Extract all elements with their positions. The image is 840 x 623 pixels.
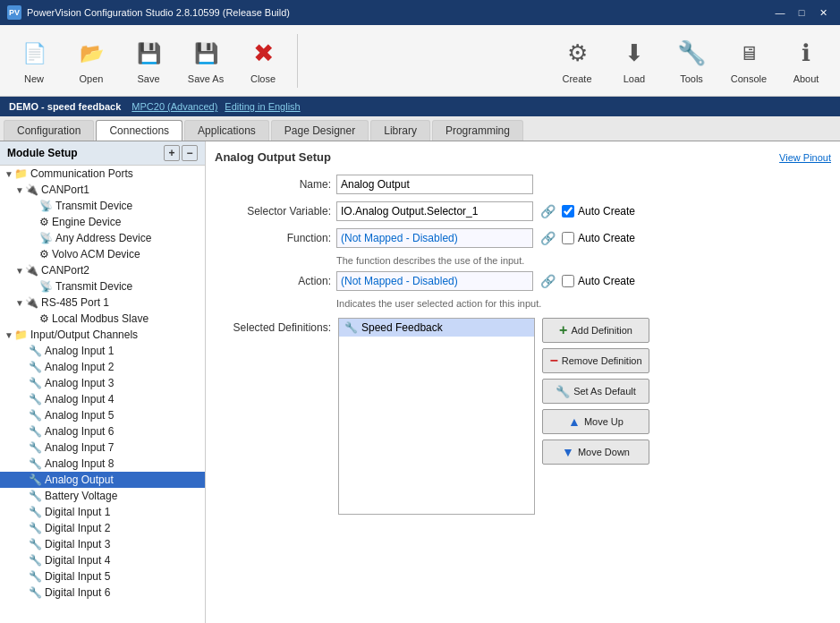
remove-node-button[interactable]: −	[182, 145, 198, 161]
save-button[interactable]: 💾 Save	[122, 30, 175, 91]
function-auto-create-checkbox[interactable]	[562, 232, 574, 244]
tools-icon: 🔧	[675, 38, 708, 70]
breadcrumb-editing[interactable]: Editing in English	[225, 101, 300, 112]
def-item-speed-feedback[interactable]: 🔧 Speed Feedback	[339, 319, 534, 337]
tab-library[interactable]: Library	[370, 120, 430, 141]
definitions-label: Selected Definitions:	[215, 318, 331, 334]
load-button[interactable]: ⬇ Load	[607, 30, 661, 91]
tree-item-analog-in6[interactable]: 🔧 Analog Input 6	[0, 423, 205, 440]
console-button[interactable]: 🖥 Console	[722, 30, 776, 91]
tree-item-engine[interactable]: ⚙ Engine Device	[0, 214, 205, 230]
tree-item-analog-in3[interactable]: 🔧 Analog Input 3	[0, 375, 205, 391]
tree-item-digital-in4[interactable]: 🔧 Digital Input 4	[0, 552, 205, 568]
toggle-io-channels[interactable]: ▼	[4, 330, 14, 340]
breadcrumb-mpc[interactable]: MPC20 (Advanced)	[132, 101, 217, 112]
toggle-comm-ports[interactable]: ▼	[4, 169, 14, 179]
tree-item-digital-in3[interactable]: 🔧 Digital Input 3	[0, 536, 205, 552]
tree-item-battery[interactable]: 🔧 Battery Voltage	[0, 488, 205, 504]
tree-item-analog-in5[interactable]: 🔧 Analog Input 5	[0, 407, 205, 423]
save-as-label: Save As	[188, 73, 224, 84]
tree-item-analog-in7[interactable]: 🔧 Analog Input 7	[0, 440, 205, 456]
tab-programming[interactable]: Programming	[432, 120, 523, 141]
tree-item-analog-in4[interactable]: 🔧 Analog Input 4	[0, 391, 205, 407]
module-setup-title: Module Setup	[7, 147, 78, 159]
set-as-default-button[interactable]: 🔧 Set As Default	[542, 379, 649, 404]
tree-item-analog-in1[interactable]: 🔧 Analog Input 1	[0, 343, 205, 359]
tree-item-modbus[interactable]: ⚙ Local Modbus Slave	[0, 311, 205, 327]
breadcrumb-bar: DEMO - speed feedback MPC20 (Advanced) E…	[0, 97, 840, 116]
tree-item-analog-in2[interactable]: 🔧 Analog Input 2	[0, 359, 205, 375]
name-input[interactable]	[336, 175, 533, 194]
tree-item-canport1[interactable]: ▼ 🔌 CANPort1	[0, 182, 205, 198]
function-input[interactable]	[336, 228, 533, 248]
analog-in1-icon: 🔧	[29, 345, 42, 357]
tree-item-digital-in5[interactable]: 🔧 Digital Input 5	[0, 568, 205, 585]
action-map-button[interactable]: 🔗	[539, 272, 556, 290]
digital-in1-label: Digital Input 1	[45, 506, 110, 518]
tree-item-any-address[interactable]: 📡 Any Address Device	[0, 230, 205, 246]
definitions-list[interactable]: 🔧 Speed Feedback	[338, 318, 535, 515]
transmit2-label: Transmit Device	[55, 280, 132, 293]
close-label: Close	[250, 73, 276, 84]
create-icon: ⚙	[561, 38, 593, 70]
toggle-canport1[interactable]: ▼	[14, 185, 25, 195]
open-button[interactable]: 📂 Open	[64, 30, 118, 91]
volvo-label: Volvo ACM Device	[52, 248, 140, 260]
tree-item-transmit1[interactable]: 📡 Transmit Device	[0, 198, 205, 214]
tab-connections[interactable]: Connections	[96, 120, 182, 141]
action-row: Action: 🔗 Auto Create	[215, 271, 831, 291]
save-label: Save	[137, 73, 159, 84]
tab-applications[interactable]: Applications	[184, 120, 269, 141]
analog-out-label: Analog Output	[45, 474, 114, 486]
selector-label: Selector Variable:	[215, 205, 331, 218]
tools-button[interactable]: 🔧 Tools	[665, 30, 718, 91]
close-window-button[interactable]: ✕	[813, 4, 833, 21]
section-header: Analog Output Setup View Pinout	[215, 150, 831, 164]
analog-in5-label: Analog Input 5	[45, 409, 114, 422]
tree-item-volvo[interactable]: ⚙ Volvo ACM Device	[0, 246, 205, 262]
tree-item-comm-ports[interactable]: ▼ 📁 Communication Ports	[0, 166, 205, 182]
digital-in5-icon: 🔧	[29, 570, 42, 583]
tree-item-digital-in1[interactable]: 🔧 Digital Input 1	[0, 504, 205, 520]
tree-item-rs485[interactable]: ▼ 🔌 RS-485 Port 1	[0, 294, 205, 311]
function-map-button[interactable]: 🔗	[539, 229, 556, 247]
tree-item-digital-in2[interactable]: 🔧 Digital Input 2	[0, 520, 205, 536]
remove-definition-button[interactable]: − Remove Definition	[542, 348, 649, 373]
selector-map-button[interactable]: 🔗	[539, 202, 556, 220]
digital-in4-label: Digital Input 4	[45, 554, 110, 567]
console-label: Console	[731, 73, 767, 84]
tree-item-canport2[interactable]: ▼ 🔌 CANPort2	[0, 262, 205, 278]
digital-in1-icon: 🔧	[29, 506, 42, 518]
action-auto-create-checkbox[interactable]	[562, 275, 574, 287]
toggle-rs485[interactable]: ▼	[14, 298, 25, 308]
open-icon: 📂	[75, 38, 107, 70]
tree-item-transmit2[interactable]: 📡 Transmit Device	[0, 278, 205, 294]
close-button[interactable]: ✖ Close	[236, 30, 290, 91]
toolbar-right: ⚙ Create ⬇ Load 🔧 Tools 🖥 Console ℹ Abou…	[550, 30, 833, 91]
analog-in5-icon: 🔧	[29, 409, 42, 422]
move-down-button[interactable]: ▼ Move Down	[542, 440, 649, 465]
tree-item-analog-out[interactable]: 🔧 Analog Output	[0, 472, 205, 488]
minimize-button[interactable]: —	[770, 4, 790, 21]
toggle-canport2[interactable]: ▼	[14, 266, 25, 276]
action-input[interactable]	[336, 271, 533, 291]
maximize-button[interactable]: □	[792, 4, 811, 21]
view-pinout-link[interactable]: View Pinout	[779, 152, 831, 163]
tab-configuration[interactable]: Configuration	[4, 120, 94, 141]
can2-icon: 🔌	[25, 264, 38, 277]
digital-in6-label: Digital Input 6	[45, 586, 110, 599]
add-node-button[interactable]: +	[164, 145, 180, 161]
move-up-button[interactable]: ▲ Move Up	[542, 409, 649, 434]
about-button[interactable]: ℹ About	[779, 30, 833, 91]
create-button[interactable]: ⚙ Create	[550, 30, 604, 91]
save-as-button[interactable]: 💾 Save As	[179, 30, 233, 91]
selector-input[interactable]	[336, 201, 533, 221]
selector-auto-create-checkbox[interactable]	[562, 205, 574, 218]
tree-item-analog-in8[interactable]: 🔧 Analog Input 8	[0, 456, 205, 472]
tree-item-digital-in6[interactable]: 🔧 Digital Input 6	[0, 585, 205, 601]
tab-page-designer[interactable]: Page Designer	[271, 120, 369, 141]
new-button[interactable]: 📄 New	[7, 30, 61, 91]
analog-in6-label: Analog Input 6	[45, 425, 114, 438]
tree-item-io-channels[interactable]: ▼ 📁 Input/Output Channels	[0, 327, 205, 343]
add-definition-button[interactable]: + Add Definition	[542, 318, 649, 343]
